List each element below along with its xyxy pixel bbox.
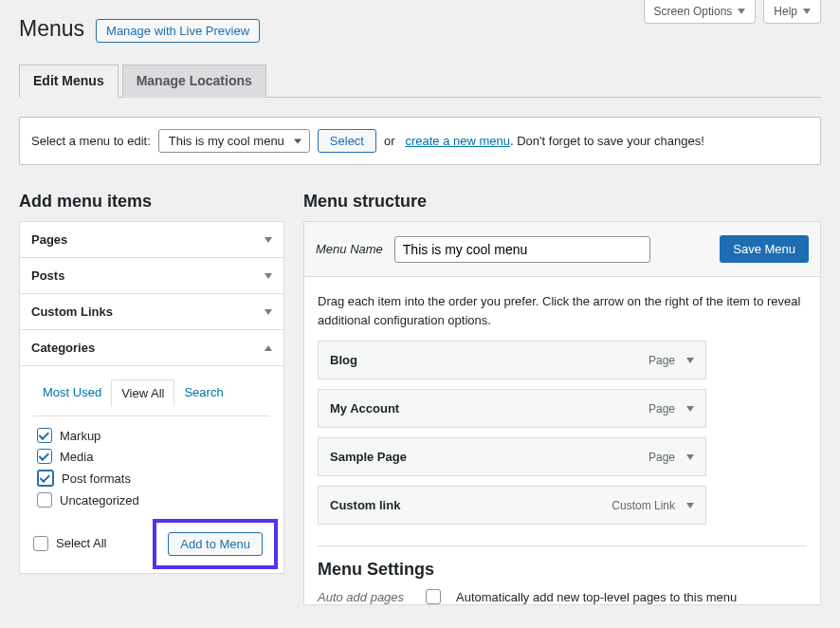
- add-menu-items-heading: Add menu items: [19, 192, 284, 212]
- tab-view-all[interactable]: View All: [111, 379, 174, 407]
- menu-item-type: Page: [648, 354, 675, 367]
- menu-select[interactable]: This is my cool menu: [158, 129, 310, 153]
- menu-item-type: Page: [648, 451, 675, 464]
- add-to-menu-highlight: Add to Menu: [153, 519, 278, 569]
- select-all-label: Select All: [56, 536, 106, 550]
- menu-name-input[interactable]: [394, 236, 650, 263]
- save-menu-button[interactable]: Save Menu: [720, 235, 809, 263]
- menu-item-name: Sample Page: [330, 450, 637, 464]
- categories-panel: Most Used View All Search Markup Media: [20, 366, 283, 573]
- checkbox-markup-label: Markup: [60, 429, 100, 443]
- checkbox-uncategorized[interactable]: [37, 492, 52, 508]
- create-new-menu-link[interactable]: create a new menu: [405, 134, 510, 148]
- nav-tabs: Edit Menus Manage Locations: [19, 65, 821, 98]
- chevron-down-icon: [803, 9, 811, 14]
- checkbox-media[interactable]: [37, 449, 52, 464]
- accordion-custom-links-label: Custom Links: [31, 305, 113, 319]
- tab-most-used[interactable]: Most Used: [33, 379, 111, 406]
- accordion-custom-links[interactable]: Custom Links: [20, 294, 283, 330]
- auto-add-pages-label: Auto add pages: [318, 590, 411, 604]
- page-title: Menus: [19, 16, 84, 42]
- menu-item[interactable]: Sample Page Page: [318, 437, 706, 476]
- menu-structure-panel: Menu Name Save Menu Drag each item into …: [303, 221, 821, 605]
- menu-name-label: Menu Name: [316, 242, 383, 256]
- menu-item-name: My Account: [330, 401, 637, 416]
- tab-edit-menus[interactable]: Edit Menus: [19, 65, 119, 98]
- chevron-down-icon[interactable]: [686, 454, 694, 460]
- checkbox-post-formats-label: Post formats: [62, 471, 131, 486]
- select-menu-bar: Select a menu to edit: This is my cool m…: [19, 117, 821, 165]
- accordion-posts[interactable]: Posts: [20, 258, 283, 294]
- menu-item[interactable]: My Account Page: [318, 389, 706, 428]
- live-preview-button[interactable]: Manage with Live Preview: [96, 19, 260, 43]
- auto-add-pages-text: Automatically add new top-level pages to…: [456, 590, 737, 604]
- checkbox-media-label: Media: [60, 450, 93, 464]
- screen-options-button[interactable]: Screen Options: [644, 0, 757, 24]
- accordion-pages[interactable]: Pages: [20, 222, 283, 258]
- chevron-down-icon[interactable]: [686, 358, 694, 363]
- screen-options-label: Screen Options: [654, 5, 733, 18]
- chevron-up-icon: [265, 345, 272, 351]
- menu-item-name: Custom link: [330, 498, 600, 512]
- add-menu-items-panel: Pages Posts Custom Links Categories: [19, 221, 284, 574]
- menu-item-name: Blog: [330, 353, 637, 367]
- checkbox-auto-add-pages[interactable]: [426, 589, 441, 604]
- menu-item[interactable]: Blog Page: [318, 341, 706, 379]
- menu-instructions: Drag each item into the order you prefer…: [304, 277, 820, 333]
- or-text: or: [384, 134, 395, 148]
- select-bar-tail: . Don't forget to save your changes!: [510, 134, 704, 148]
- checkbox-markup[interactable]: [37, 428, 52, 443]
- tab-search[interactable]: Search: [174, 379, 232, 406]
- help-button[interactable]: Help: [763, 0, 821, 24]
- chevron-down-icon[interactable]: [686, 503, 694, 508]
- chevron-down-icon: [265, 309, 272, 315]
- accordion-posts-label: Posts: [31, 268, 64, 283]
- select-button[interactable]: Select: [318, 129, 376, 153]
- menu-item-type: Custom Link: [612, 499, 675, 512]
- select-menu-prompt: Select a menu to edit:: [31, 134, 151, 148]
- chevron-down-icon: [265, 237, 272, 243]
- chevron-down-icon: [294, 139, 301, 143]
- tab-manage-locations[interactable]: Manage Locations: [122, 65, 266, 98]
- menu-settings-heading: Menu Settings: [318, 560, 807, 580]
- checkbox-uncategorized-label: Uncategorized: [60, 493, 139, 508]
- add-to-menu-button[interactable]: Add to Menu: [168, 532, 263, 556]
- checkbox-post-formats[interactable]: [37, 470, 54, 487]
- checkbox-select-all[interactable]: [33, 536, 48, 551]
- menu-structure-heading: Menu structure: [303, 192, 821, 212]
- accordion-categories-label: Categories: [31, 341, 95, 355]
- help-label: Help: [774, 5, 797, 18]
- chevron-down-icon: [738, 9, 745, 14]
- chevron-down-icon[interactable]: [686, 406, 694, 412]
- accordion-pages-label: Pages: [31, 232, 67, 247]
- menu-select-value: This is my cool menu: [169, 134, 284, 148]
- accordion-categories[interactable]: Categories: [20, 330, 283, 366]
- menu-item-type: Page: [648, 402, 675, 416]
- menu-item[interactable]: Custom link Custom Link: [318, 486, 706, 525]
- chevron-down-icon: [265, 273, 272, 279]
